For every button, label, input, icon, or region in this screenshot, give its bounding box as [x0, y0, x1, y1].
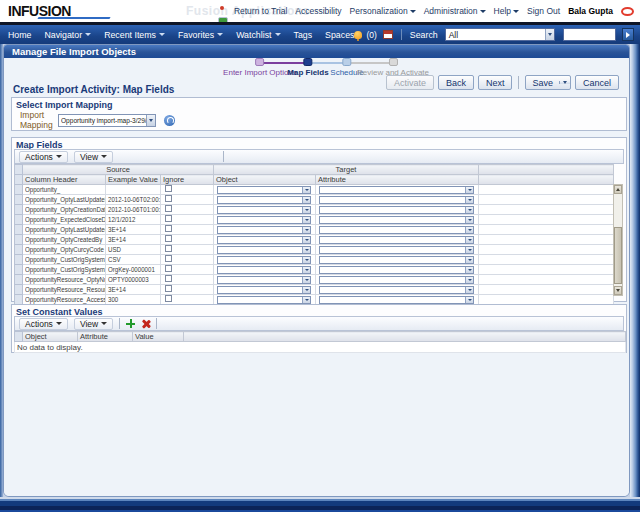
ignore-cell: [161, 235, 214, 245]
add-row-icon[interactable]: [126, 319, 135, 328]
col-attribute[interactable]: Attribute: [316, 175, 479, 185]
attribute-select[interactable]: [319, 256, 474, 264]
ignore-checkbox[interactable]: [165, 275, 172, 282]
nav-spaces[interactable]: Spaces: [325, 30, 354, 40]
ignore-checkbox[interactable]: [165, 225, 172, 232]
col-example-value[interactable]: Example Value: [106, 175, 161, 185]
object-select[interactable]: [217, 276, 311, 284]
actions-menu-button[interactable]: Actions: [19, 318, 68, 330]
nav-tags[interactable]: Tags: [294, 30, 313, 40]
save-menu-arrow[interactable]: [559, 81, 570, 84]
train-step-enter-import-options[interactable]: Enter Import Options: [223, 58, 297, 77]
ignore-checkbox[interactable]: [165, 215, 172, 222]
menu-help[interactable]: Help: [494, 6, 519, 16]
refresh-icon[interactable]: [164, 115, 175, 126]
ignore-checkbox[interactable]: [165, 255, 172, 262]
notification-bell-icon[interactable]: [354, 31, 362, 39]
delete-row-icon[interactable]: [141, 319, 150, 328]
map-field-row: Opportunity_OptyCreatedBy 3E+14: [15, 235, 614, 245]
column-header-cell: Opportunity_CustOrigSystem: [23, 255, 106, 265]
object-select[interactable]: [217, 296, 311, 304]
row-header-stripe: [15, 235, 23, 245]
actions-menu-button[interactable]: Actions: [19, 151, 68, 163]
ignore-checkbox[interactable]: [165, 245, 172, 252]
object-select[interactable]: [217, 286, 311, 294]
attribute-select[interactable]: [319, 286, 474, 294]
select-arrow-icon: [302, 227, 310, 233]
attribute-select[interactable]: [319, 196, 474, 204]
ignore-checkbox[interactable]: [165, 265, 172, 272]
search-input[interactable]: [563, 28, 616, 41]
scroll-up-button[interactable]: [614, 185, 622, 194]
search-label: Search: [410, 30, 438, 40]
object-select[interactable]: [217, 206, 311, 214]
nav-home[interactable]: Home: [8, 30, 31, 40]
object-cell: [214, 245, 316, 255]
nav-navigator[interactable]: Navigator: [44, 30, 91, 40]
attribute-select[interactable]: [319, 226, 474, 234]
ignore-checkbox[interactable]: [165, 235, 172, 242]
row-header-stripe: [15, 285, 23, 295]
link-sign-out[interactable]: Sign Out: [527, 6, 560, 16]
calendar-icon[interactable]: [383, 30, 393, 39]
col-ignore[interactable]: Ignore: [161, 175, 214, 185]
select-arrow-icon: [302, 207, 310, 213]
menu-administration[interactable]: Administration: [424, 6, 486, 16]
attribute-select[interactable]: [319, 236, 474, 244]
attribute-select[interactable]: [319, 206, 474, 214]
object-select[interactable]: [217, 236, 311, 244]
object-select[interactable]: [217, 246, 311, 254]
link-return-to-trial[interactable]: Return to Trial: [234, 6, 287, 16]
train-stop-icon[interactable]: [342, 58, 351, 66]
scroll-down-button[interactable]: [614, 286, 622, 295]
attribute-select[interactable]: [319, 186, 474, 194]
ignore-checkbox[interactable]: [165, 205, 172, 212]
table-vertical-scrollbar[interactable]: [613, 184, 623, 296]
train-step-map-fields[interactable]: Map Fields: [287, 58, 328, 77]
col-object[interactable]: Object: [214, 175, 316, 185]
nav-favorites[interactable]: Favorites: [178, 30, 223, 40]
object-select[interactable]: [217, 196, 311, 204]
search-go-button[interactable]: [622, 28, 634, 41]
ignore-checkbox[interactable]: [165, 285, 172, 292]
train-stop-icon[interactable]: [256, 58, 265, 66]
attribute-select[interactable]: [319, 276, 474, 284]
train-stop-icon[interactable]: [304, 58, 313, 66]
cancel-button[interactable]: Cancel: [575, 75, 619, 90]
ignore-cell: [161, 265, 214, 275]
ignore-checkbox[interactable]: [165, 295, 172, 302]
attribute-select[interactable]: [319, 266, 474, 274]
search-scope-select[interactable]: All: [445, 28, 555, 41]
col-empty: [184, 332, 626, 342]
col-attribute[interactable]: Attribute: [78, 332, 133, 342]
scrollbar-thumb[interactable]: [614, 227, 622, 284]
col-column-header[interactable]: Column Header: [23, 175, 106, 185]
save-button[interactable]: Save: [526, 78, 559, 88]
ignore-checkbox[interactable]: [165, 195, 172, 202]
view-menu-button[interactable]: View: [74, 151, 113, 163]
attribute-select[interactable]: [319, 296, 474, 304]
back-button[interactable]: Back: [438, 75, 474, 90]
object-select[interactable]: [217, 226, 311, 234]
attribute-select[interactable]: [319, 216, 474, 224]
link-accessibility[interactable]: Accessibility: [295, 6, 341, 16]
column-header-row: Object Attribute Value: [15, 332, 626, 342]
next-button[interactable]: Next: [478, 75, 513, 90]
col-object[interactable]: Object: [23, 332, 78, 342]
save-split-button[interactable]: Save: [525, 75, 571, 90]
nav-watchlist[interactable]: Watchlist: [236, 30, 280, 40]
ignore-checkbox[interactable]: [165, 185, 172, 192]
map-field-row: Opportunity_CustOrigSystemRef OrgKey-000…: [15, 265, 614, 275]
object-select[interactable]: [217, 256, 311, 264]
object-select[interactable]: [217, 266, 311, 274]
empty-group-header: [479, 165, 614, 175]
nav-recent-items[interactable]: Recent Items: [104, 30, 165, 40]
object-select[interactable]: [217, 186, 311, 194]
col-value[interactable]: Value: [133, 332, 184, 342]
attribute-select[interactable]: [319, 246, 474, 254]
menu-personalization[interactable]: Personalization: [350, 6, 416, 16]
view-menu-button[interactable]: View: [74, 318, 113, 330]
object-select[interactable]: [217, 216, 311, 224]
import-mapping-select[interactable]: Opportunity import-map-3/29/13 1:5: [58, 114, 156, 127]
row-header-stripe: [15, 215, 23, 225]
